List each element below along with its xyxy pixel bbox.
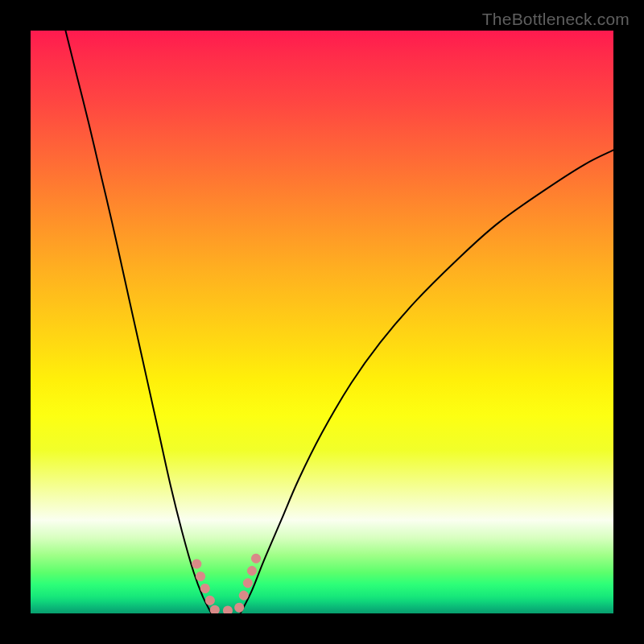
series-bottom-marker-flat	[215, 610, 238, 611]
series-right-branch	[241, 150, 613, 613]
series-left-branch	[65, 31, 211, 613]
plot-area	[31, 31, 613, 613]
watermark-text: TheBottleneck.com	[482, 10, 630, 29]
chart-frame: TheBottleneck.com	[0, 0, 644, 644]
curve-layer	[31, 31, 613, 613]
